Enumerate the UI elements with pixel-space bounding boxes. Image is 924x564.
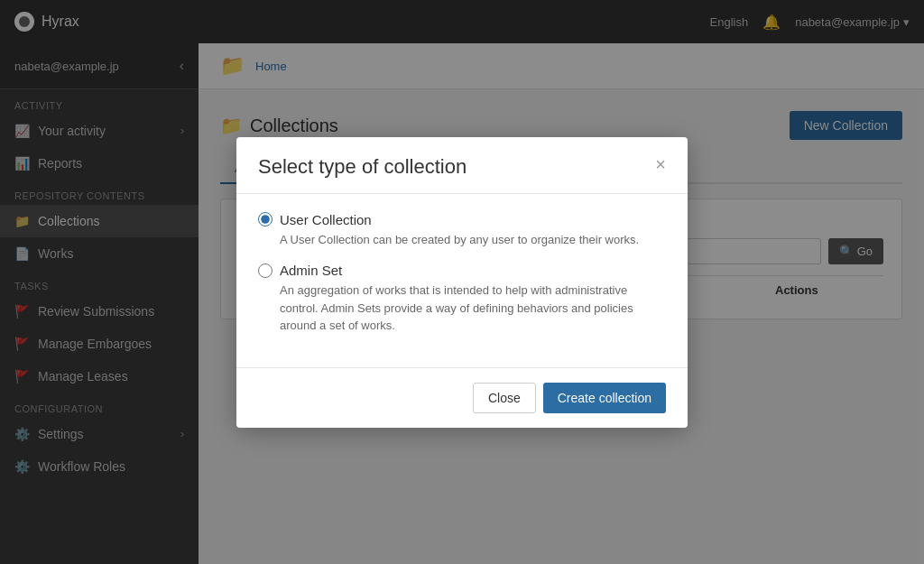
modal-footer: Close Create collection: [236, 367, 688, 428]
modal-title: Select type of collection: [258, 155, 467, 179]
admin-set-title: Admin Set: [280, 263, 342, 278]
modal-overlay[interactable]: Select type of collection × User Collect…: [0, 0, 924, 564]
modal-dialog: Select type of collection × User Collect…: [236, 137, 688, 428]
radio-option-admin-set: Admin Set An aggregation of works that i…: [258, 263, 666, 335]
user-collection-description: A User Collection can be created by any …: [280, 231, 666, 249]
user-collection-radio[interactable]: [258, 212, 273, 227]
admin-set-radio[interactable]: [258, 264, 273, 278]
close-button[interactable]: Close: [473, 383, 536, 413]
admin-set-description: An aggregation of works that is intended…: [280, 282, 666, 335]
user-collection-label[interactable]: User Collection: [258, 212, 666, 227]
modal-body: User Collection A User Collection can be…: [236, 194, 688, 367]
admin-set-label[interactable]: Admin Set: [258, 263, 666, 278]
create-collection-button[interactable]: Create collection: [543, 383, 666, 413]
modal-close-button[interactable]: ×: [655, 155, 666, 173]
user-collection-title: User Collection: [280, 212, 372, 227]
radio-option-user-collection: User Collection A User Collection can be…: [258, 212, 666, 249]
modal-header: Select type of collection ×: [236, 137, 688, 194]
